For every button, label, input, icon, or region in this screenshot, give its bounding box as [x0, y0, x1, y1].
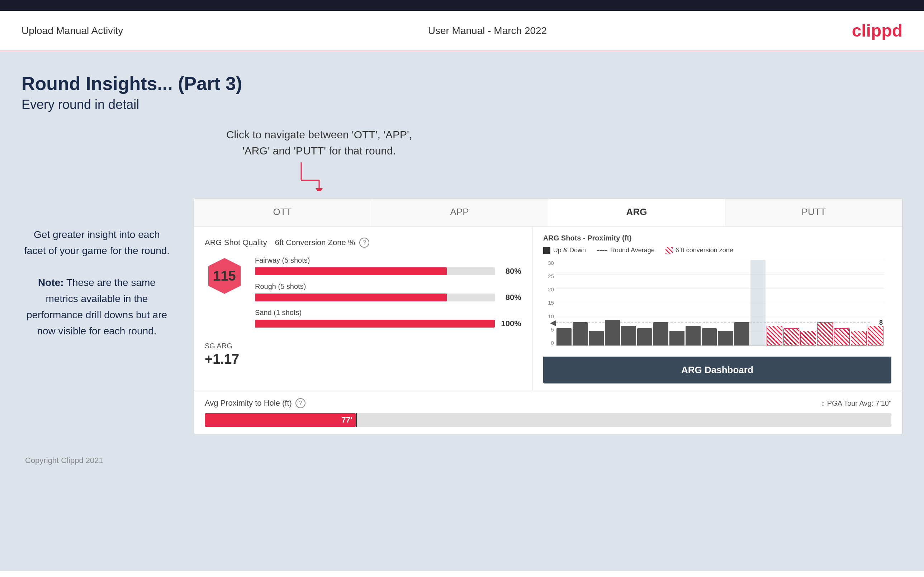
- bar-8: [669, 331, 685, 345]
- fairway-label: Fairway (5 shots): [255, 256, 521, 264]
- svg-marker-5: [550, 321, 556, 326]
- top-bar: [0, 0, 924, 11]
- content-area: Get greater insight into each facet of y…: [21, 198, 903, 434]
- bar-10: [702, 328, 717, 345]
- conversion-label: 6ft Conversion Zone %: [275, 238, 355, 247]
- legend-hatch-icon: [666, 247, 673, 254]
- pga-avg-text: PGA Tour Avg: 7'10": [827, 399, 892, 408]
- svg-marker-3: [315, 188, 323, 191]
- y-label-20: 20: [548, 286, 554, 292]
- hexagon: 115: [205, 256, 244, 296]
- legend-conversion-label: 6 ft conversion zone: [675, 247, 733, 254]
- navigate-hint: Click to navigate between 'OTT', 'APP','…: [194, 127, 444, 159]
- bars-container: [556, 260, 884, 345]
- proximity-bar: 77': [205, 413, 892, 427]
- proximity-header: Avg Proximity to Hole (ft) ? ↕ PGA Tour …: [205, 398, 892, 408]
- bar-hatch-7: [868, 326, 884, 345]
- bar-11: [718, 331, 733, 345]
- legend-square-icon: [543, 247, 550, 254]
- y-label-5: 5: [551, 327, 554, 333]
- shot-bars: Fairway (5 shots) 80% Rou: [255, 256, 521, 335]
- sg-section: SG ARG +1.17: [205, 342, 521, 367]
- y-label-15: 15: [548, 300, 554, 306]
- bar-7: [653, 322, 668, 345]
- bar-4: [605, 320, 620, 345]
- tab-putt[interactable]: PUTT: [725, 198, 902, 227]
- logo: clippd: [852, 21, 903, 40]
- legend-dashed-icon: [597, 250, 607, 251]
- y-label-30: 30: [548, 260, 554, 266]
- right-panel: OTT APP ARG PUTT ARG Shot Quality 6ft Co…: [194, 198, 903, 434]
- bar-2: [573, 322, 588, 345]
- bar-hatch-4: [817, 322, 833, 345]
- arg-dashboard-button[interactable]: ARG Dashboard: [543, 356, 892, 384]
- bar-3: [589, 331, 604, 345]
- shot-quality-label: ARG Shot Quality: [205, 238, 267, 247]
- rough-pct: 80%: [500, 293, 521, 302]
- chart-title: ARG Shots - Proximity (ft): [543, 234, 892, 242]
- proximity-label: Avg Proximity to Hole (ft) ?: [205, 398, 305, 408]
- chart-area: 8: [556, 260, 884, 346]
- bar-12: [734, 322, 750, 345]
- shot-row-rough: Rough (5 shots) 80%: [255, 282, 521, 302]
- insight-text: Get greater insight into each facet of y…: [21, 227, 172, 339]
- shot-row-sand: Sand (1 shots) 100%: [255, 309, 521, 328]
- upload-link[interactable]: Upload Manual Activity: [21, 25, 123, 37]
- tab-arg[interactable]: ARG: [548, 198, 725, 227]
- legend-round-avg-label: Round Average: [610, 247, 655, 254]
- page-title: Round Insights... (Part 3): [21, 73, 903, 94]
- tab-app[interactable]: APP: [371, 198, 548, 227]
- copyright: Copyright Clippd 2021: [21, 456, 903, 465]
- bar-hatch-3: [800, 331, 816, 345]
- legend-updown: Up & Down: [543, 247, 586, 254]
- hex-number: 115: [213, 268, 236, 284]
- tab-ott[interactable]: OTT: [194, 198, 371, 227]
- bar-hatch-5: [834, 328, 850, 345]
- proximity-bar-fill: 77': [205, 413, 356, 427]
- tab-row: OTT APP ARG PUTT: [194, 198, 902, 227]
- y-axis: 30 25 20 15 10 5 0: [543, 260, 554, 346]
- proximity-marker: [356, 413, 357, 427]
- bar-chart: 30 25 20 15 10 5 0: [543, 260, 892, 353]
- shot-quality-header: ARG Shot Quality 6ft Conversion Zone % ?: [205, 238, 521, 248]
- page-subtitle: Every round in detail: [21, 97, 903, 112]
- left-panel: Get greater insight into each facet of y…: [21, 198, 172, 434]
- legend-updown-label: Up & Down: [553, 247, 586, 254]
- proximity-label-text: Avg Proximity to Hole (ft): [205, 398, 292, 408]
- legend-round-avg: Round Average: [597, 247, 655, 254]
- bar-hatch-6: [851, 331, 867, 345]
- bar-hatch-2: [783, 328, 799, 345]
- sg-value: +1.17: [205, 351, 521, 367]
- manual-title: User Manual - March 2022: [428, 25, 547, 37]
- bar-hatch-1: [767, 326, 782, 345]
- arg-chart-section: ARG Shots - Proximity (ft) Up & Down Rou…: [533, 227, 902, 391]
- legend-conversion-zone: 6 ft conversion zone: [666, 247, 733, 254]
- help-icon[interactable]: ?: [359, 238, 369, 248]
- bar-5: [621, 326, 636, 345]
- note-label: Note:: [38, 277, 64, 288]
- y-label-25: 25: [548, 273, 554, 279]
- bar-1: [556, 328, 572, 345]
- shot-row-fairway: Fairway (5 shots) 80%: [255, 256, 521, 276]
- bar-tall: [750, 260, 766, 345]
- sand-pct: 100%: [500, 319, 521, 328]
- shot-quality-section: ARG Shot Quality 6ft Conversion Zone % ?…: [194, 227, 533, 391]
- sand-label: Sand (1 shots): [255, 309, 521, 317]
- rough-label: Rough (5 shots): [255, 282, 521, 291]
- y-label-10: 10: [548, 313, 554, 319]
- proximity-help-icon[interactable]: ?: [296, 398, 305, 408]
- fairway-pct: 80%: [500, 267, 521, 276]
- header: Upload Manual Activity User Manual - Mar…: [0, 11, 924, 51]
- chart-card: OTT APP ARG PUTT ARG Shot Quality 6ft Co…: [194, 198, 903, 434]
- proximity-section: Avg Proximity to Hole (ft) ? ↕ PGA Tour …: [194, 391, 902, 434]
- y-label-0: 0: [551, 340, 554, 346]
- arrow-indicator: [294, 159, 337, 191]
- pga-avg: ↕ PGA Tour Avg: 7'10": [821, 398, 892, 408]
- main-content: Round Insights... (Part 3) Every round i…: [0, 51, 924, 571]
- hexagon-container: 115 Fairway (5 shots) 80%: [205, 256, 521, 335]
- proximity-value: 77': [342, 415, 352, 425]
- bar-9: [686, 326, 701, 345]
- dashed-marker: [550, 321, 556, 326]
- bar-6: [637, 328, 652, 345]
- sg-label: SG ARG: [205, 342, 521, 350]
